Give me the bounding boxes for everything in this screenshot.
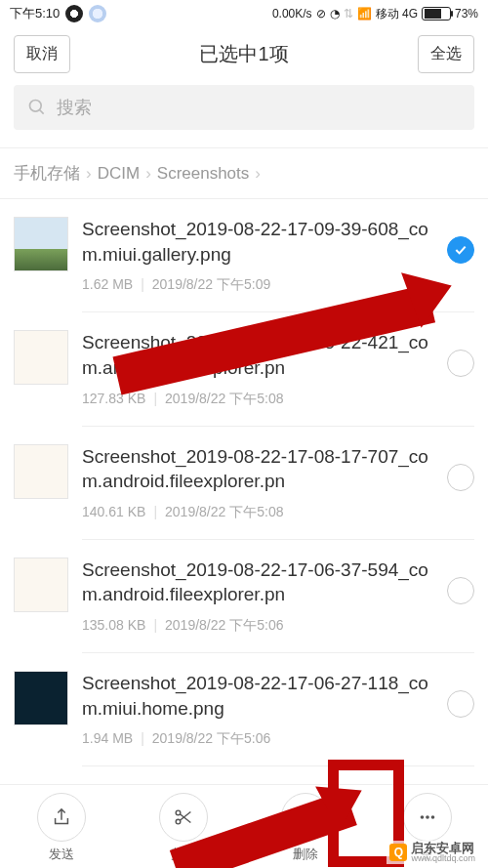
file-name: Screenshot_2019-08-22-17-06-37-594_com.a… xyxy=(82,558,433,607)
share-icon xyxy=(51,806,72,828)
cut-button[interactable]: 剪切 xyxy=(159,793,208,863)
file-name: Screenshot_2019-08-22-17-08-17-707_com.a… xyxy=(82,444,433,494)
breadcrumb-item[interactable]: 手机存储 xyxy=(14,162,80,185)
checkbox[interactable] xyxy=(447,690,474,718)
delete-button[interactable]: 删除 xyxy=(281,793,330,863)
list-item[interactable]: Screenshot_2019-08-22-17-06-37-594_com.a… xyxy=(0,540,488,653)
file-name: Screenshot_2019-08-22-17-09-39-608_com.m… xyxy=(82,217,433,267)
status-bar: 下午5:10 0.00K/s ⊘ ◔ ⇅ 📶 移动 4G 73% xyxy=(0,0,488,27)
watermark-logo: Q xyxy=(389,844,407,861)
alarm-icon: ⊘ xyxy=(316,7,326,21)
svg-point-8 xyxy=(430,815,434,819)
trash-icon xyxy=(295,806,316,828)
sync-icon: ⇅ xyxy=(344,7,353,21)
thumbnail xyxy=(14,330,68,385)
more-icon xyxy=(417,806,438,828)
header-title: 已选中1项 xyxy=(199,41,288,67)
search-input[interactable]: 搜索 xyxy=(14,85,474,130)
cancel-button[interactable]: 取消 xyxy=(14,35,70,73)
list-item[interactable]: Screenshot_2019-08-22-17-09-39-608_com.m… xyxy=(0,199,488,312)
list-item[interactable]: Screenshot_2019-08-22-17-08-17-707_com.a… xyxy=(0,427,488,540)
svg-point-2 xyxy=(176,810,181,815)
file-name: Screenshot_2019-08-22-17-06-27-118_com.m… xyxy=(82,671,433,721)
select-all-button[interactable]: 全选 xyxy=(418,35,474,73)
breadcrumb[interactable]: 手机存储 › DCIM › Screenshots › xyxy=(0,147,488,199)
search-icon xyxy=(27,98,47,117)
scissors-icon xyxy=(173,806,194,828)
checkbox[interactable] xyxy=(447,577,474,604)
thumbnail xyxy=(14,671,68,725)
header: 取消 已选中1项 全选 xyxy=(0,27,488,85)
list-item[interactable]: Screenshot_2019-08-22-17-06-27-118_com.m… xyxy=(0,653,488,766)
clock-icon: ◔ xyxy=(330,7,340,21)
svg-point-6 xyxy=(420,815,424,819)
checkbox[interactable] xyxy=(447,464,474,491)
svg-line-1 xyxy=(40,110,44,114)
svg-point-0 xyxy=(30,101,42,112)
carrier: 移动 4G xyxy=(376,6,418,22)
battery-icon xyxy=(422,7,451,21)
thumbnail xyxy=(14,217,68,271)
chevron-right-icon: › xyxy=(86,164,92,184)
breadcrumb-item[interactable]: DCIM xyxy=(98,164,140,184)
battery-percent: 73% xyxy=(455,7,478,21)
file-meta: 1.62 MB|2019/8/22 下午5:09 xyxy=(82,276,433,294)
checkbox[interactable] xyxy=(447,350,474,377)
signal-icon: 📶 xyxy=(357,7,372,21)
send-button[interactable]: 发送 xyxy=(37,793,86,863)
qq-icon xyxy=(65,5,83,22)
checkbox[interactable] xyxy=(447,236,474,264)
svg-point-3 xyxy=(176,819,181,824)
file-meta: 140.61 KB|2019/8/22 下午5:08 xyxy=(82,504,433,521)
file-meta: 1.94 MB|2019/8/22 下午5:06 xyxy=(82,730,433,748)
file-list: Screenshot_2019-08-22-17-09-39-608_com.m… xyxy=(0,199,488,766)
thumbnail xyxy=(14,444,68,499)
file-meta: 135.08 KB|2019/8/22 下午5:06 xyxy=(82,617,433,635)
app-icon xyxy=(89,5,106,22)
file-meta: 127.83 KB|2019/8/22 下午5:08 xyxy=(82,391,433,408)
chevron-right-icon: › xyxy=(145,164,151,184)
list-item[interactable]: Screenshot_2019-08-22-17-08-22-421_com.a… xyxy=(0,312,488,426)
watermark: Q 启东安卓网 www.qdltdq.com xyxy=(386,841,478,864)
file-name: Screenshot_2019-08-22-17-08-22-421_com.a… xyxy=(82,330,433,380)
status-time: 下午5:10 xyxy=(10,5,60,22)
chevron-right-icon: › xyxy=(255,164,261,184)
check-icon xyxy=(453,242,468,258)
svg-point-7 xyxy=(426,815,429,819)
search-placeholder: 搜索 xyxy=(57,96,92,119)
breadcrumb-item[interactable]: Screenshots xyxy=(157,164,250,184)
net-speed: 0.00K/s xyxy=(272,7,312,21)
thumbnail xyxy=(14,558,68,612)
